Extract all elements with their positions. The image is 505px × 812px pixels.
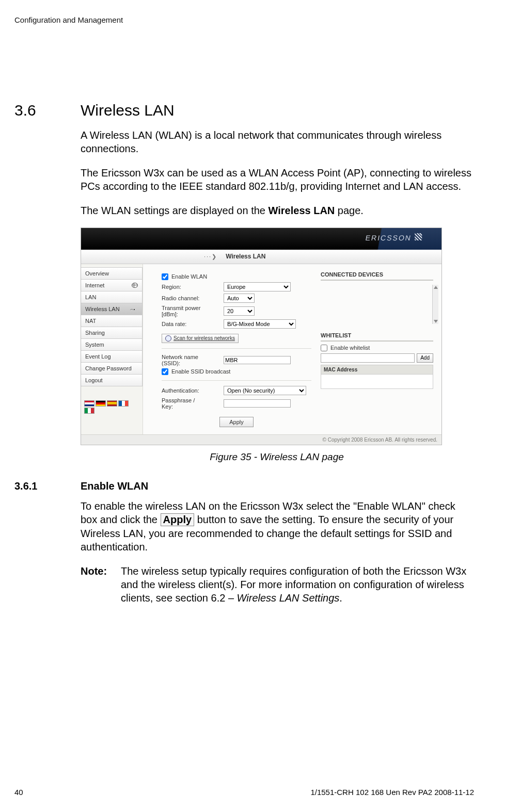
passphrase-label: Passphrase /Key: [162, 397, 224, 410]
copyright-text: © Copyright 2008 Ericsson AB. All rights… [81, 434, 441, 445]
sidebar-item-label: Change Password [85, 365, 132, 371]
ssid-label: Network name(SSID): [162, 354, 224, 366]
divider [162, 380, 311, 381]
enable-wlan-checkbox[interactable] [162, 273, 168, 280]
enable-ssid-broadcast-label: Enable SSID broadcast [171, 368, 230, 375]
flag-fr-icon[interactable] [118, 400, 129, 407]
enable-whitelist-checkbox[interactable] [321, 345, 327, 351]
breadcrumb-bar: ···❯ Wireless LAN [81, 250, 441, 264]
whitelist-mac-input[interactable] [321, 353, 415, 363]
divider [162, 348, 311, 349]
text: page. [335, 205, 364, 216]
enable-ssid-broadcast-checkbox[interactable] [162, 368, 168, 375]
transmit-power-select[interactable]: 20 [224, 306, 255, 316]
sidebar-item-change-password[interactable]: Change Password [81, 362, 143, 375]
globe-icon [132, 283, 138, 288]
sidebar: Overview Internet LAN Wireless LAN NAT S… [81, 264, 143, 434]
flag-de-icon[interactable] [96, 400, 106, 407]
sidebar-item-label: System [85, 342, 104, 348]
subsection-number: 3.6.1 [14, 480, 81, 492]
wifi-icon [132, 306, 138, 312]
apply-button[interactable]: Apply [219, 417, 254, 427]
sidebar-item-nat[interactable]: NAT [81, 315, 143, 327]
brand-logo: ERICSSON [365, 233, 422, 242]
text: The WLAN settings are displayed on the [81, 205, 269, 216]
section-number: 3.6 [14, 102, 81, 119]
note-body: The wireless setup typically requires co… [121, 564, 473, 605]
sidebar-item-label: Internet [85, 282, 104, 288]
paragraph: To enable the wireless LAN on the Ericss… [81, 499, 473, 554]
sidebar-item-internet[interactable]: Internet [81, 279, 143, 291]
sidebar-item-system[interactable]: System [81, 338, 143, 351]
sidebar-item-label: LAN [85, 294, 96, 300]
flag-es-icon[interactable] [107, 400, 117, 407]
scan-networks-button[interactable]: Scan for wireless networks [162, 334, 239, 343]
section-heading: 3.6 Wireless LAN [14, 102, 474, 119]
sidebar-item-label: Overview [85, 270, 109, 277]
radio-channel-select[interactable]: Auto [224, 294, 255, 303]
sidebar-item-logout[interactable]: Logout [81, 374, 143, 386]
page-title: Wireless LAN [226, 253, 265, 260]
sidebar-item-sharing[interactable]: Sharing [81, 327, 143, 339]
mac-address-list [321, 375, 433, 389]
note-block: Note: The wireless setup typically requi… [81, 564, 473, 605]
enable-wlan-label: Enable WLAN [171, 273, 207, 280]
wlan-settings-form: Enable WLAN Region: Europe Radio channel… [143, 264, 319, 434]
subsection-title: Enable WLAN [81, 480, 148, 492]
region-label: Region: [162, 284, 224, 290]
data-rate-select[interactable]: B/G-Mixed Mode [224, 319, 296, 329]
sidebar-item-event-log[interactable]: Event Log [81, 350, 143, 363]
sidebar-item-lan[interactable]: LAN [81, 291, 143, 303]
whitelist-add-button[interactable]: Add [417, 353, 433, 363]
right-panels: CONNECTED DEVICES WHITELIST Enable white… [319, 264, 438, 434]
language-flags [84, 400, 136, 414]
paragraph: The WLAN settings are displayed on the W… [81, 204, 473, 217]
enable-whitelist-label: Enable whitelist [330, 345, 370, 351]
connected-devices-list [321, 284, 433, 323]
figure-caption: Figure 35 - Wireless LAN page [81, 451, 473, 463]
connected-devices-title: CONNECTED DEVICES [321, 271, 433, 281]
data-rate-label: Data rate: [162, 321, 224, 327]
subsection-heading: 3.6.1 Enable WLAN [14, 480, 474, 492]
text-italic: Wireless LAN Settings [237, 592, 340, 604]
text: . [339, 592, 342, 604]
text-bold: Wireless LAN [269, 205, 335, 216]
apply-inline-chip: Apply [161, 513, 195, 526]
running-header: Configuration and Management [14, 15, 474, 24]
sidebar-item-label: Logout [85, 377, 103, 383]
sidebar-item-label: Sharing [85, 330, 105, 336]
authentication-select[interactable]: Open (No security) [224, 386, 306, 395]
figure-screenshot: ERICSSON ···❯ Wireless LAN Overview Inte… [81, 228, 442, 445]
section-title: Wireless LAN [81, 102, 175, 119]
authentication-label: Authentication: [162, 387, 224, 394]
transmit-power-label: Transmit power[dBm]: [162, 305, 224, 317]
passphrase-input[interactable] [224, 399, 291, 408]
sidebar-item-label: Event Log [85, 353, 111, 360]
paragraph: The Ericsson W3x can be used as a WLAN A… [81, 166, 473, 193]
page-footer: 40 1/1551-CRH 102 168 Uen Rev PA2 2008-1… [14, 788, 474, 797]
breadcrumb-arrow-icon: ···❯ [204, 253, 217, 260]
region-select[interactable]: Europe [224, 282, 291, 291]
radio-channel-label: Radio channel: [162, 295, 224, 301]
whitelist-title: WHITELIST [321, 332, 433, 342]
flag-uk-icon[interactable] [84, 400, 94, 407]
sidebar-item-overview[interactable]: Overview [81, 267, 143, 280]
document-id: 1/1551-CRH 102 168 Uen Rev PA2 2008-11-1… [310, 788, 474, 797]
app-header-bar: ERICSSON [81, 228, 441, 250]
sidebar-item-label: Wireless LAN [85, 306, 120, 312]
scan-networks-label: Scan for wireless networks [173, 335, 235, 341]
mac-address-header: MAC Address [321, 365, 433, 375]
sidebar-item-label: NAT [85, 318, 96, 324]
scrollbar[interactable] [432, 285, 438, 324]
page-number: 40 [14, 788, 23, 797]
ssid-input[interactable] [224, 356, 291, 364]
note-label: Note: [81, 564, 121, 605]
flag-it-icon[interactable] [84, 408, 94, 414]
sidebar-item-wireless-lan[interactable]: Wireless LAN [81, 303, 143, 315]
paragraph: A Wireless LAN (WLAN) is a local network… [81, 128, 473, 156]
